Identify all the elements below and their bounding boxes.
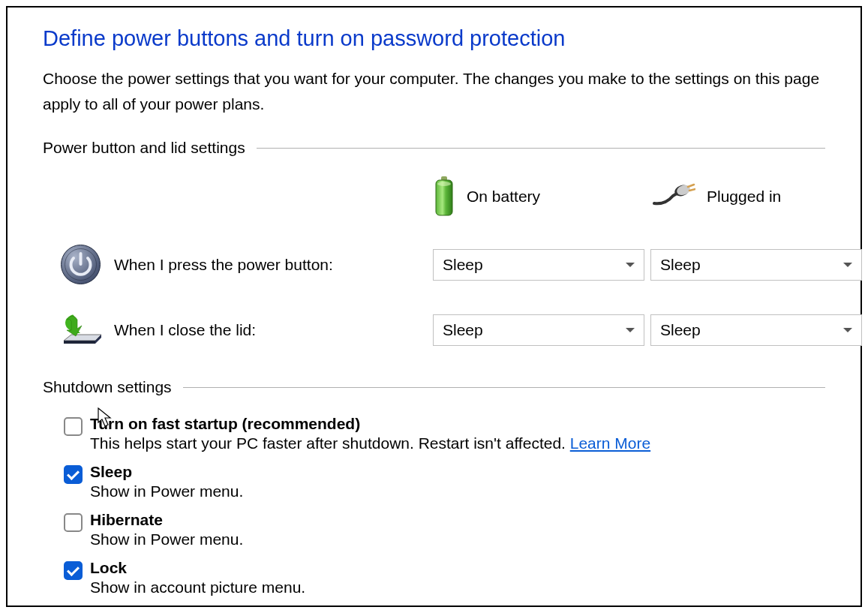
dropdown-close-lid-plugged[interactable]: Sleep — [650, 314, 862, 346]
shutdown-label-fast-startup: Turn on fast startup (recommended) — [90, 415, 650, 433]
shutdown-item-sleep: Sleep Show in Power menu. — [64, 463, 825, 500]
checkbox-hibernate[interactable] — [64, 513, 83, 532]
page-title: Define power buttons and turn on passwor… — [43, 26, 825, 51]
dropdown-value: Sleep — [660, 321, 701, 339]
checkbox-fast-startup[interactable] — [64, 417, 83, 436]
chevron-down-icon — [626, 328, 635, 332]
shutdown-label-hibernate: Hibernate — [90, 511, 243, 529]
shutdown-label-sleep: Sleep — [90, 463, 243, 481]
column-header-battery: On battery — [433, 176, 650, 217]
row-power-button: When I press the power button: — [58, 244, 433, 285]
svg-line-5 — [688, 185, 694, 187]
row-label-power-button: When I press the power button: — [114, 256, 333, 274]
section-divider — [183, 387, 825, 388]
shutdown-item-lock: Lock Show in account picture menu. — [64, 559, 825, 596]
page-description: Choose the power settings that you want … — [43, 66, 825, 116]
power-options-panel: Define power buttons and turn on passwor… — [6, 6, 862, 607]
column-header-plugged: Plugged in — [650, 181, 868, 212]
shutdown-desc-sleep: Show in Power menu. — [90, 482, 243, 500]
shutdown-desc-lock: Show in account picture menu. — [90, 578, 305, 596]
shutdown-item-fast-startup: Turn on fast startup (recommended) This … — [64, 415, 825, 452]
power-button-icon — [58, 244, 103, 285]
column-label-battery: On battery — [467, 188, 540, 206]
shutdown-desc-fast-startup: This helps start your PC faster after sh… — [90, 434, 650, 452]
learn-more-link[interactable]: Learn More — [570, 434, 650, 452]
dropdown-power-button-plugged[interactable]: Sleep — [650, 249, 862, 281]
close-lid-icon — [58, 312, 103, 348]
chevron-down-icon — [843, 328, 852, 332]
checkbox-sleep[interactable] — [64, 465, 83, 484]
shutdown-desc-hibernate: Show in Power menu. — [90, 530, 243, 548]
dropdown-value: Sleep — [660, 256, 701, 274]
power-button-lid-grid: On battery Plugged in — [58, 176, 825, 348]
svg-line-6 — [689, 189, 695, 191]
section-title-power-button-lid: Power button and lid settings — [43, 139, 257, 157]
row-close-lid: When I close the lid: — [58, 312, 433, 348]
column-label-plugged: Plugged in — [707, 188, 781, 206]
checkbox-lock[interactable] — [64, 561, 83, 580]
dropdown-value: Sleep — [443, 256, 483, 274]
dropdown-close-lid-battery[interactable]: Sleep — [433, 314, 644, 346]
section-title-shutdown: Shutdown settings — [43, 378, 183, 396]
chevron-down-icon — [626, 263, 635, 267]
svg-point-2 — [437, 182, 451, 186]
section-divider — [257, 148, 825, 149]
dropdown-power-button-battery[interactable]: Sleep — [433, 249, 644, 281]
shutdown-settings-list: Turn on fast startup (recommended) This … — [64, 415, 825, 596]
section-header-shutdown: Shutdown settings — [43, 378, 825, 396]
section-header-power-button-lid: Power button and lid settings — [43, 139, 825, 157]
plug-icon — [650, 181, 695, 212]
row-label-close-lid: When I close the lid: — [114, 321, 256, 339]
shutdown-item-hibernate: Hibernate Show in Power menu. — [64, 511, 825, 548]
battery-icon — [433, 176, 455, 217]
chevron-down-icon — [843, 263, 852, 267]
shutdown-label-lock: Lock — [90, 559, 305, 577]
dropdown-value: Sleep — [443, 321, 483, 339]
